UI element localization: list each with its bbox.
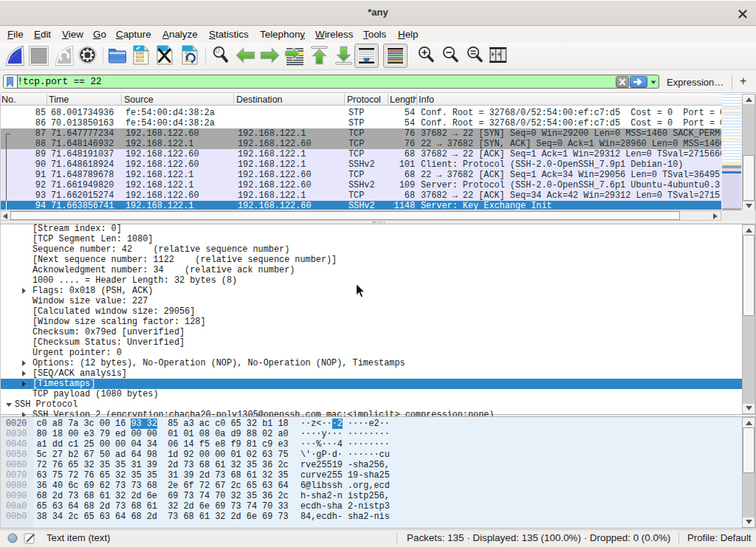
svg-text:0111: 0111 — [136, 59, 144, 63]
